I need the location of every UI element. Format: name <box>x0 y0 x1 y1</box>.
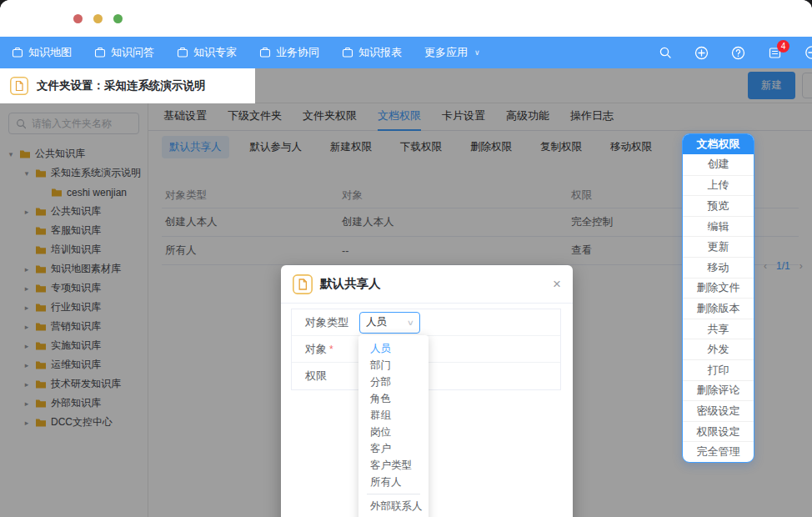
search-icon[interactable] <box>659 46 672 59</box>
dialog-doc-icon <box>293 274 313 294</box>
dropdown-option[interactable]: 所有人 <box>358 474 429 490</box>
plus-circle-icon[interactable] <box>694 46 709 60</box>
nav-item-icon <box>94 47 106 58</box>
perm-panel-item[interactable]: 密级设定 <box>683 400 754 421</box>
dropdown-divider <box>367 494 420 494</box>
page-title-box: 文件夹设置：采知连系统演示说明 <box>0 68 255 103</box>
perm-panel-item[interactable]: 打印 <box>683 359 754 380</box>
dropdown-option[interactable]: 部门 <box>358 357 429 374</box>
object-type-select[interactable]: 人员 ∨ <box>359 312 420 334</box>
perm-panel-item[interactable]: 外发 <box>683 339 754 359</box>
app-window: 知识地图知识问答知识专家业务协同知识报表更多应用∨ 4 新建 <box>0 0 812 517</box>
nav-item-label: 业务协同 <box>276 45 319 60</box>
perm-panel-item[interactable]: 权限设定 <box>683 421 754 442</box>
nav-item-icon <box>342 47 353 58</box>
perm-panel-item[interactable]: 删除版本 <box>683 298 754 319</box>
doc-permission-panel-title: 文档权限 <box>683 134 754 154</box>
dropdown-option[interactable]: 客户 <box>358 440 429 457</box>
nav-item-4[interactable]: 业务协同 <box>259 45 319 60</box>
perm-panel-item[interactable]: 删除文件 <box>683 278 754 299</box>
object-type-row: 对象类型 人员 ∨ <box>292 309 560 336</box>
avatar-partial-icon[interactable] <box>804 45 812 60</box>
perm-panel-item[interactable]: 完全管理 <box>683 441 754 462</box>
perm-panel-item[interactable]: 上传 <box>683 175 754 196</box>
dropdown-option[interactable]: 分部 <box>358 374 429 390</box>
nav-item-3[interactable]: 知识专家 <box>177 45 237 60</box>
nav-item-label: 更多应用 <box>424 45 468 60</box>
permission-label: 权限 <box>292 369 359 384</box>
doc-permission-panel: 文档权限 创建上传预览编辑更新移动删除文件删除版本共享外发打印删除评论密级设定权… <box>682 133 754 463</box>
object-type-value: 人员 <box>366 315 387 329</box>
close-window-icon[interactable] <box>73 14 83 23</box>
chevron-down-icon: ∨ <box>407 319 414 327</box>
required-mark: * <box>329 344 333 355</box>
perm-panel-item[interactable]: 预览 <box>683 195 754 216</box>
nav-item-6[interactable]: 更多应用∨ <box>424 45 480 60</box>
perm-panel-item[interactable]: 共享 <box>683 319 754 339</box>
close-icon[interactable]: × <box>553 277 561 291</box>
perm-panel-item[interactable]: 编辑 <box>683 216 754 237</box>
object-label: 对象* <box>292 342 359 357</box>
window-titlebar <box>0 0 812 37</box>
nav-item-2[interactable]: 知识问答 <box>94 45 154 60</box>
object-type-label: 对象类型 <box>292 315 359 330</box>
nav-item-label: 知识专家 <box>193 45 237 60</box>
dialog-title: 默认共享人 <box>320 276 545 292</box>
perm-panel-item[interactable]: 删除评论 <box>683 380 754 401</box>
help-circle-icon[interactable] <box>731 46 745 60</box>
nav-item-5[interactable]: 知识报表 <box>342 45 402 60</box>
nav-item-label: 知识地图 <box>28 45 72 60</box>
nav-item-label: 知识问答 <box>111 45 154 60</box>
nav-item-icon <box>177 47 188 58</box>
dialog-header: 默认共享人 × <box>281 265 573 304</box>
zoom-window-icon[interactable] <box>113 14 123 23</box>
page-title: 文件夹设置：采知连系统演示说明 <box>37 78 206 93</box>
page-body: 新建 ▾公共知识库▾采知连系统演示说明ceshi wenjian▸公共知识库客服… <box>0 68 812 517</box>
perm-panel-item[interactable]: 更新 <box>683 236 754 257</box>
perm-panel-item[interactable]: 创建 <box>683 154 754 175</box>
minimize-window-icon[interactable] <box>93 14 103 23</box>
dropdown-option[interactable]: 群组 <box>358 407 429 424</box>
notification-badge: 4 <box>777 40 789 53</box>
folder-doc-icon <box>10 77 28 95</box>
top-navbar: 知识地图知识问答知识专家业务协同知识报表更多应用∨ 4 <box>0 37 812 68</box>
dropdown-option[interactable]: 客户类型 <box>358 457 429 474</box>
perm-panel-item[interactable]: 移动 <box>683 257 754 278</box>
dropdown-option[interactable]: 角色 <box>358 390 429 407</box>
dropdown-option[interactable]: 人员 <box>358 340 429 357</box>
navbar-actions: 4 <box>659 45 812 60</box>
dropdown-option[interactable]: 岗位 <box>358 424 429 440</box>
chevron-down-icon: ∨ <box>474 48 480 57</box>
nav-item-icon <box>12 47 23 58</box>
dropdown-option[interactable]: 外部联系人 <box>358 498 429 514</box>
nav-item-icon <box>259 47 271 58</box>
nav-item-label: 知识报表 <box>358 45 402 60</box>
notifications-icon[interactable]: 4 <box>768 46 782 60</box>
nav-item-1[interactable]: 知识地图 <box>12 45 72 60</box>
object-type-dropdown: 人员部门分部角色群组岗位客户客户类型所有人外部联系人 <box>358 335 429 517</box>
